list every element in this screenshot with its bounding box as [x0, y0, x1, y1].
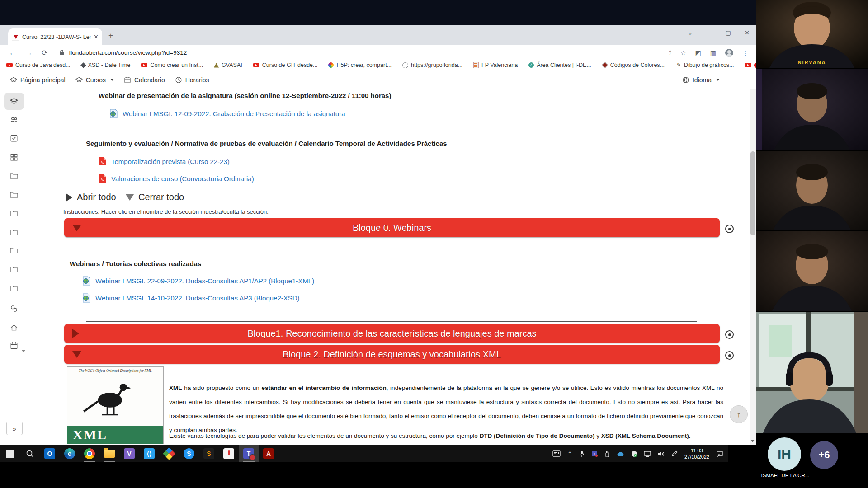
browser-menu-icon[interactable]: ⋮	[742, 49, 749, 56]
close-window-icon[interactable]: ✕	[745, 29, 750, 36]
bookmark-item[interactable]: https://grupoflorida...	[402, 62, 462, 68]
participant-video-5[interactable]	[756, 312, 868, 433]
tab-search-icon[interactable]: ⌄	[688, 29, 693, 36]
pinwheel-app-icon[interactable]	[159, 445, 179, 462]
defender-icon[interactable]	[631, 450, 637, 457]
webinar-link-ap3[interactable]: Webinar LMSGI. 14-10-2022. Dudas-Consult…	[82, 293, 300, 303]
language-menu[interactable]: Idioma	[682, 76, 720, 84]
drawer-folder-icon[interactable]	[8, 226, 20, 239]
edge-icon[interactable]: e	[60, 445, 80, 462]
drawer-blocks-icon[interactable]	[8, 302, 20, 315]
bookmark-item[interactable]: Curso de GIT desde...	[253, 62, 318, 68]
outlook-icon[interactable]: O	[40, 445, 60, 462]
open-all-button[interactable]: Abrir todo	[66, 192, 116, 202]
volume-icon[interactable]	[658, 451, 665, 457]
teams-icon[interactable]: T–	[239, 445, 259, 462]
participant-video-3[interactable]	[756, 151, 868, 230]
taskbar-search-button[interactable]	[20, 445, 40, 462]
bookmark-item[interactable]: ✎Dibujo de gráficos...	[675, 62, 734, 68]
tray-chevron-up-icon[interactable]: ⌃	[567, 450, 572, 457]
drawer-folder-icon[interactable]	[8, 263, 20, 276]
bookmark-item[interactable]: FP Valenciana	[473, 62, 518, 68]
reload-icon[interactable]: ⟳	[42, 48, 47, 57]
skype-icon[interactable]: S	[179, 445, 199, 462]
notifications-icon[interactable]	[716, 450, 723, 457]
bookmark-item[interactable]: Códigos de Colores...	[602, 62, 665, 68]
widgets-icon[interactable]	[552, 450, 561, 457]
drawer-grid-icon[interactable]	[8, 151, 20, 164]
drawer-folder-icon[interactable]	[8, 188, 20, 201]
block1-visibility-icon[interactable]	[725, 330, 734, 339]
close-all-button[interactable]: Cerrar todo	[126, 192, 184, 202]
minimize-icon[interactable]: —	[706, 29, 712, 36]
tab-title: Curso: 22/23 -1DAW-S- Lenguaje	[22, 34, 91, 40]
sublime-text-icon[interactable]: S	[199, 445, 219, 462]
drawer-grades-icon[interactable]	[8, 132, 20, 145]
browser-tab[interactable]: Curso: 22/23 -1DAW-S- Lenguaje ✕	[8, 28, 102, 45]
mic-icon[interactable]	[579, 450, 585, 457]
bookmark-item[interactable]: Área Clientes | I-DE...	[528, 62, 591, 68]
chrome-icon[interactable]	[80, 445, 99, 462]
bookmark-star-icon[interactable]: ☆	[680, 49, 686, 56]
side-panel-icon[interactable]: ▥	[710, 49, 716, 56]
page-scrollbar[interactable]	[750, 89, 756, 445]
drawer-folder-icon[interactable]	[8, 207, 20, 220]
share-icon[interactable]: ⤴	[668, 49, 671, 56]
drawer-calendar-icon[interactable]	[8, 339, 20, 352]
block0-visibility-icon[interactable]	[725, 225, 734, 233]
scrollbar-down-arrow[interactable]	[751, 440, 755, 442]
drawer-folder-icon[interactable]	[8, 244, 20, 257]
visual-studio-icon[interactable]: V	[119, 445, 139, 462]
pen-icon[interactable]	[671, 450, 678, 457]
section-block1[interactable]: Bloque1. Reconocimiento de las caracterí…	[64, 324, 720, 343]
file-explorer-icon[interactable]	[99, 445, 119, 462]
bookmark-item[interactable]: Curso de Java desd...	[6, 62, 71, 68]
drawer-home-icon[interactable]	[8, 321, 20, 334]
nav-schedule[interactable]: Horarios	[175, 76, 209, 84]
participant-video-4[interactable]	[756, 231, 868, 311]
profile-avatar[interactable]	[725, 49, 733, 57]
usb-icon[interactable]	[604, 450, 610, 457]
nav-calendar[interactable]: Calendario	[124, 76, 165, 84]
bookmark-item[interactable]: H5P: crear, compart...	[328, 62, 392, 68]
drawer-course-icon[interactable]	[8, 95, 20, 108]
bookmark-item[interactable]: Como crear un Inst...	[141, 62, 203, 68]
restore-icon[interactable]: ▢	[726, 29, 731, 36]
acrobat-icon[interactable]: A	[259, 445, 278, 462]
teams-tray-icon[interactable]: T	[591, 450, 598, 457]
section-block0[interactable]: Bloque 0. Webinars	[64, 218, 720, 237]
back-icon[interactable]: ←	[9, 49, 16, 57]
start-button[interactable]	[0, 445, 20, 462]
pdf-link-valoraciones[interactable]: Valoraciones de curso (Convocatoria Ordi…	[99, 174, 254, 183]
vscode-icon[interactable]: ⟨⟩	[139, 445, 159, 462]
onedrive-icon[interactable]	[617, 451, 624, 456]
drawer-folder-icon[interactable]	[8, 169, 20, 182]
tab-close-icon[interactable]: ✕	[94, 33, 99, 40]
url-field[interactable]: floridaoberta.com/course/view.php?id=931…	[59, 49, 668, 56]
participant-video-2[interactable]	[756, 69, 868, 150]
webinar-recording-link[interactable]: Webinar LMSGI. 12-09-2022. Grabación de …	[109, 109, 345, 118]
new-tab-button[interactable]: +	[108, 31, 113, 40]
drawer-expand-button[interactable]: »	[6, 422, 23, 435]
block2-visibility-icon[interactable]	[725, 351, 734, 360]
overflow-participants-badge[interactable]: +6	[810, 441, 838, 469]
taskbar-clock[interactable]: 11:03 27/10/2022	[684, 447, 709, 460]
pinned-participant-avatar[interactable]: IH	[768, 437, 801, 471]
drawer-participants-icon[interactable]	[8, 113, 20, 126]
nav-home[interactable]: Página principal	[10, 76, 66, 84]
participant-video-1[interactable]: NIRVANA	[756, 0, 868, 68]
drawer-folder-icon[interactable]	[8, 282, 20, 295]
section-block2[interactable]: Bloque 2. Definición de esquemas y vocab…	[64, 345, 720, 364]
scroll-to-top-button[interactable]: ↑	[730, 405, 748, 423]
maps-app-icon[interactable]	[219, 445, 239, 462]
nav-courses[interactable]: Cursos	[75, 76, 114, 84]
pdf-link-temporalizacion[interactable]: Temporalización prevista (Curso 22-23)	[99, 157, 230, 166]
scrollbar-thumb[interactable]	[750, 151, 755, 235]
forward-icon[interactable]: →	[25, 49, 33, 57]
extensions-icon[interactable]: ◩	[695, 49, 701, 56]
display-icon[interactable]	[644, 451, 651, 457]
bookmark-item[interactable]: GVASAI	[214, 62, 242, 68]
webinar-link-ap1ap2[interactable]: Webinar LMSGI. 22-09-2022. Dudas-Consult…	[82, 276, 314, 286]
bookmark-item[interactable]: XSD - Date Time	[81, 62, 131, 68]
course-index-drawer: »	[0, 89, 28, 445]
